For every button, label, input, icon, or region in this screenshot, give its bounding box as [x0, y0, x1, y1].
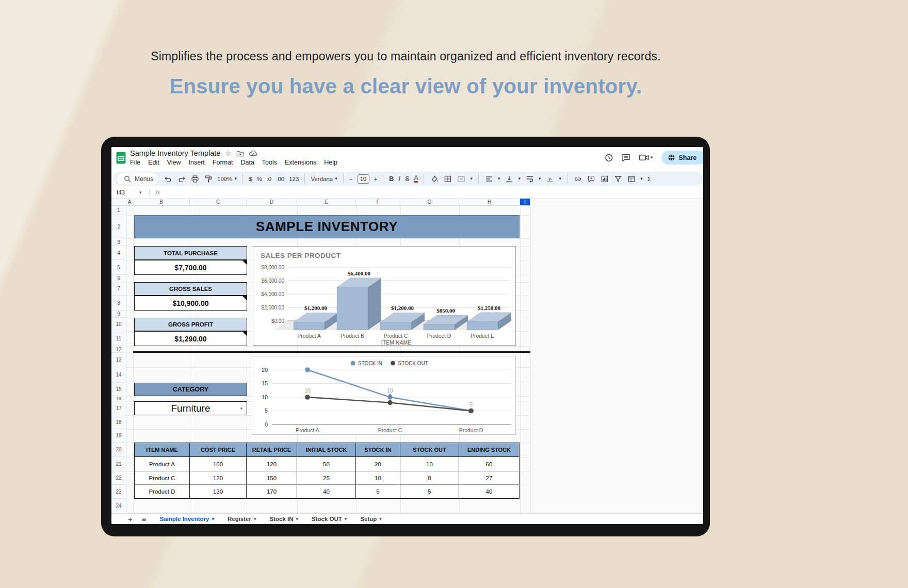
- increase-decimal-button[interactable]: .00: [276, 176, 284, 182]
- menu-data[interactable]: Data: [240, 159, 254, 166]
- google-sheets-logo-icon[interactable]: [116, 152, 126, 164]
- insert-comment-icon[interactable]: [587, 174, 595, 183]
- column-header-I[interactable]: I: [520, 199, 530, 206]
- column-header-E[interactable]: E: [297, 199, 356, 206]
- table-cell[interactable]: 100: [190, 457, 247, 471]
- category-dropdown[interactable]: Furniture ▾: [134, 401, 247, 415]
- decrease-font-size-button[interactable]: −: [349, 176, 353, 182]
- move-to-folder-icon[interactable]: [236, 150, 244, 157]
- row-header-1[interactable]: 1: [111, 206, 126, 215]
- table-cell[interactable]: 5: [356, 485, 400, 499]
- column-header-A[interactable]: A: [126, 199, 133, 206]
- video-call-icon[interactable]: [639, 154, 649, 161]
- row-header-2[interactable]: 2: [111, 215, 126, 238]
- table-cell[interactable]: Product D: [134, 485, 190, 499]
- add-sheet-button[interactable]: +: [128, 515, 133, 523]
- row-header-11[interactable]: 11: [111, 331, 126, 346]
- text-wrap-icon[interactable]: [525, 174, 534, 183]
- menu-extensions[interactable]: Extensions: [285, 159, 316, 166]
- wrap-caret-icon[interactable]: ▾: [539, 176, 541, 181]
- fill-color-icon[interactable]: [430, 174, 439, 183]
- row-header-23[interactable]: 23: [111, 485, 126, 499]
- format-currency-button[interactable]: $: [249, 176, 252, 182]
- menu-view[interactable]: View: [167, 159, 181, 166]
- font-select[interactable]: Verdana ▾: [311, 176, 337, 182]
- table-cell[interactable]: 25: [297, 471, 356, 485]
- row-header-5[interactable]: 5: [111, 260, 126, 275]
- row-header-16[interactable]: 16: [111, 396, 126, 401]
- italic-button[interactable]: I: [398, 175, 400, 183]
- row-header-6[interactable]: 6: [111, 275, 126, 282]
- row-header-12[interactable]: 12: [111, 346, 126, 353]
- halign-caret-icon[interactable]: ▾: [498, 176, 500, 181]
- bold-button[interactable]: B: [389, 175, 394, 183]
- borders-icon[interactable]: [443, 174, 452, 183]
- menu-tools[interactable]: Tools: [262, 159, 277, 166]
- row-header-4[interactable]: 4: [111, 246, 126, 260]
- row-header-8[interactable]: 8: [111, 296, 126, 311]
- star-icon[interactable]: ☆: [225, 150, 232, 157]
- sheet-tab-setup[interactable]: Setup▾: [360, 516, 381, 522]
- row-header-15[interactable]: 15: [111, 383, 126, 396]
- table-cell[interactable]: 130: [190, 485, 247, 499]
- menu-format[interactable]: Format: [213, 159, 233, 166]
- menu-insert[interactable]: Insert: [189, 159, 205, 166]
- table-cell[interactable]: 27: [459, 471, 520, 485]
- row-header-24[interactable]: 24: [111, 499, 126, 513]
- text-rotation-icon[interactable]: A: [546, 174, 555, 183]
- menu-edit[interactable]: Edit: [148, 159, 159, 166]
- menu-file[interactable]: File: [130, 159, 140, 166]
- document-title[interactable]: Sample Inventory Template: [130, 149, 220, 157]
- row-header-14[interactable]: 14: [111, 367, 126, 383]
- table-cell[interactable]: 10: [356, 471, 400, 485]
- column-header-C[interactable]: C: [190, 199, 247, 206]
- row-header-20[interactable]: 20: [111, 443, 126, 457]
- redo-icon[interactable]: [177, 174, 186, 183]
- table-row[interactable]: Product C1201502510827: [134, 471, 520, 485]
- sheet-tab-sample-inventory[interactable]: Sample Inventory▾: [160, 516, 214, 522]
- table-cell[interactable]: 40: [459, 485, 520, 499]
- table-cell[interactable]: 10: [400, 457, 459, 471]
- spreadsheet-grid[interactable]: ABCDEFGHI1234567891011121314151617181920…: [111, 199, 703, 513]
- paint-format-icon[interactable]: [204, 174, 213, 183]
- row-header-22[interactable]: 22: [111, 471, 126, 485]
- zoom-select[interactable]: 100% ▾: [217, 176, 237, 182]
- column-header-G[interactable]: G: [400, 199, 459, 206]
- strikethrough-button[interactable]: S: [405, 175, 409, 183]
- more-formats-button[interactable]: 123: [289, 176, 299, 182]
- sheet-tab-stock-in[interactable]: Stock IN▾: [270, 516, 299, 522]
- insert-chart-icon[interactable]: [600, 174, 609, 183]
- font-size-input[interactable]: 10: [358, 174, 369, 184]
- vertical-align-icon[interactable]: [505, 174, 514, 183]
- row-header-9[interactable]: 9: [111, 311, 126, 318]
- summary-value-2[interactable]: $1,290.00: [134, 331, 247, 346]
- insert-link-icon[interactable]: [573, 174, 582, 183]
- table-cell[interactable]: Product C: [134, 471, 190, 485]
- column-header-D[interactable]: D: [247, 199, 297, 206]
- column-header-F[interactable]: F: [356, 199, 400, 206]
- table-cell[interactable]: 20: [356, 457, 400, 471]
- table-views-caret-icon[interactable]: ▾: [640, 176, 643, 181]
- undo-icon[interactable]: [164, 174, 172, 183]
- column-header-H[interactable]: H: [459, 199, 520, 206]
- table-row[interactable]: Product A10012050201060: [134, 457, 520, 471]
- summary-value-0[interactable]: $7,700.00: [134, 260, 247, 275]
- increase-font-size-button[interactable]: +: [374, 176, 378, 182]
- table-views-icon[interactable]: [627, 174, 636, 183]
- row-header-21[interactable]: 21: [111, 457, 126, 471]
- row-header-10[interactable]: 10: [111, 318, 126, 331]
- select-all-corner[interactable]: [111, 199, 126, 206]
- comments-icon[interactable]: [622, 153, 630, 162]
- table-cell[interactable]: 60: [459, 457, 520, 471]
- row-header-3[interactable]: 3: [111, 238, 126, 246]
- share-button[interactable]: Share: [661, 151, 703, 165]
- menus-search-button[interactable]: Menus: [117, 173, 159, 185]
- cellref-caret-icon[interactable]: ▾: [139, 190, 142, 195]
- all-sheets-button[interactable]: ≡: [142, 515, 147, 523]
- decrease-decimal-button[interactable]: .0: [267, 176, 272, 182]
- table-cell[interactable]: 120: [190, 471, 247, 485]
- row-header-17[interactable]: 17: [111, 401, 126, 415]
- summary-value-1[interactable]: $10,900.00: [134, 296, 247, 311]
- format-percent-button[interactable]: %: [256, 176, 262, 182]
- table-cell[interactable]: 50: [297, 457, 356, 471]
